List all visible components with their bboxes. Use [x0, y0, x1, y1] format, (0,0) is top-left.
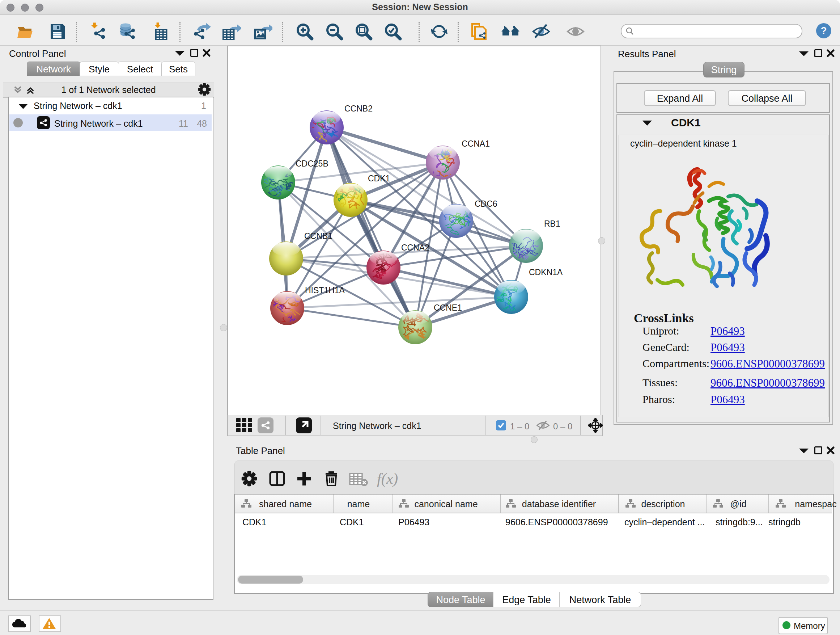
- svg-text:CDK1: CDK1: [368, 174, 390, 183]
- svg-text:CCNA1: CCNA1: [462, 139, 490, 149]
- svg-text:CCNB1: CCNB1: [304, 231, 332, 241]
- svg-text:HIST1H1A: HIST1H1A: [305, 286, 345, 295]
- svg-text:CCNB2: CCNB2: [344, 104, 373, 113]
- svg-text:RB1: RB1: [544, 219, 561, 228]
- svg-text:CDC25B: CDC25B: [295, 159, 328, 168]
- svg-text:CDC6: CDC6: [475, 199, 497, 209]
- svg-text:?: ?: [821, 25, 827, 36]
- svg-text:CCNA2: CCNA2: [401, 243, 429, 252]
- svg-text:CCNE1: CCNE1: [434, 303, 462, 312]
- svg-text:CDKN1A: CDKN1A: [529, 268, 563, 277]
